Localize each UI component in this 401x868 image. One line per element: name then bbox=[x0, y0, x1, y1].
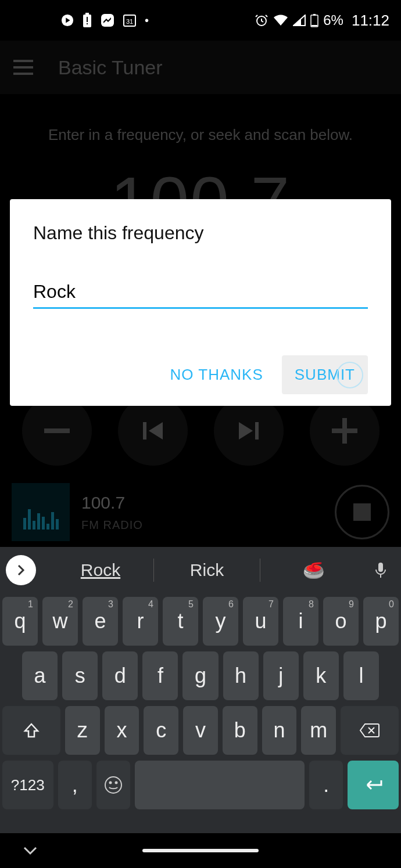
key-j[interactable]: j bbox=[263, 651, 299, 700]
key-x[interactable]: x bbox=[105, 706, 139, 755]
svg-rect-10 bbox=[313, 14, 316, 16]
key-v[interactable]: v bbox=[183, 706, 218, 755]
key-h[interactable]: h bbox=[223, 651, 259, 700]
emoji-key[interactable] bbox=[96, 761, 130, 809]
battery-percent: 6% bbox=[323, 12, 343, 28]
navigation-bar bbox=[0, 833, 401, 868]
suggestion-2[interactable]: Rick bbox=[154, 560, 260, 580]
svg-rect-3 bbox=[87, 17, 88, 22]
key-p[interactable]: p0 bbox=[363, 597, 399, 646]
key-r[interactable]: r4 bbox=[123, 597, 158, 646]
symbols-key[interactable]: ?123 bbox=[2, 761, 53, 809]
space-key[interactable] bbox=[135, 761, 305, 809]
backspace-key[interactable] bbox=[341, 706, 399, 755]
more-notifications-icon: • bbox=[145, 14, 149, 27]
svg-rect-11 bbox=[312, 25, 317, 26]
status-bar: 31 • 6% 11:12 bbox=[0, 0, 401, 41]
key-u[interactable]: u7 bbox=[243, 597, 278, 646]
key-b[interactable]: b bbox=[223, 706, 257, 755]
comma-key[interactable]: , bbox=[58, 761, 92, 809]
svg-point-23 bbox=[116, 782, 117, 784]
key-g[interactable]: g bbox=[182, 651, 218, 700]
svg-rect-2 bbox=[85, 13, 89, 15]
key-m[interactable]: m bbox=[301, 706, 336, 755]
suggestion-row: Rock Rick 🥌 bbox=[0, 547, 401, 593]
key-o[interactable]: o9 bbox=[323, 597, 359, 646]
calendar-icon: 31 bbox=[123, 13, 137, 27]
signal-icon bbox=[293, 15, 306, 26]
suggestion-3[interactable]: 🥌 bbox=[260, 560, 366, 581]
suggestion-1[interactable]: Rock bbox=[48, 560, 153, 580]
home-pill[interactable] bbox=[142, 849, 259, 852]
key-n[interactable]: n bbox=[262, 706, 297, 755]
key-e[interactable]: e3 bbox=[83, 597, 118, 646]
key-z[interactable]: z bbox=[65, 706, 100, 755]
touch-ripple-icon bbox=[336, 362, 363, 388]
battery-alert-icon bbox=[82, 13, 92, 28]
wifi-icon bbox=[273, 15, 288, 26]
play-services-icon bbox=[61, 14, 74, 27]
key-y[interactable]: y6 bbox=[203, 597, 238, 646]
period-key[interactable]: . bbox=[309, 761, 343, 809]
frequency-name-input[interactable] bbox=[33, 279, 368, 309]
key-w[interactable]: w2 bbox=[42, 597, 78, 646]
emoji-suggestion-icon: 🥌 bbox=[303, 561, 324, 580]
svg-rect-20 bbox=[378, 563, 383, 572]
name-frequency-dialog: Name this frequency NO THANKS SUBMIT bbox=[10, 199, 391, 406]
dialog-title: Name this frequency bbox=[33, 222, 368, 244]
svg-text:31: 31 bbox=[126, 18, 133, 25]
collapse-keyboard-icon[interactable] bbox=[23, 842, 37, 860]
shift-key[interactable] bbox=[2, 706, 60, 755]
key-q[interactable]: q1 bbox=[2, 597, 38, 646]
expand-suggestions-icon[interactable] bbox=[6, 555, 36, 585]
alarm-icon bbox=[255, 13, 268, 27]
messenger-icon bbox=[101, 13, 114, 27]
key-i[interactable]: i8 bbox=[283, 597, 318, 646]
key-k[interactable]: k bbox=[303, 651, 339, 700]
key-l[interactable]: l bbox=[343, 651, 379, 700]
key-d[interactable]: d bbox=[102, 651, 138, 700]
enter-key[interactable] bbox=[348, 761, 399, 809]
key-a[interactable]: a bbox=[22, 651, 58, 700]
svg-point-21 bbox=[105, 777, 121, 793]
voice-input-icon[interactable] bbox=[366, 561, 395, 579]
submit-button[interactable]: SUBMIT bbox=[282, 355, 368, 394]
soft-keyboard: Rock Rick 🥌 q1w2e3r4t5y6u7i8o9p0 asdfghj… bbox=[0, 547, 401, 868]
svg-rect-4 bbox=[87, 23, 88, 24]
key-f[interactable]: f bbox=[142, 651, 178, 700]
battery-icon bbox=[310, 13, 318, 27]
key-c[interactable]: c bbox=[144, 706, 178, 755]
key-t[interactable]: t5 bbox=[163, 597, 198, 646]
no-thanks-button[interactable]: NO THANKS bbox=[157, 355, 276, 394]
clock: 11:12 bbox=[352, 12, 389, 30]
svg-point-22 bbox=[110, 782, 112, 784]
key-s[interactable]: s bbox=[62, 651, 98, 700]
